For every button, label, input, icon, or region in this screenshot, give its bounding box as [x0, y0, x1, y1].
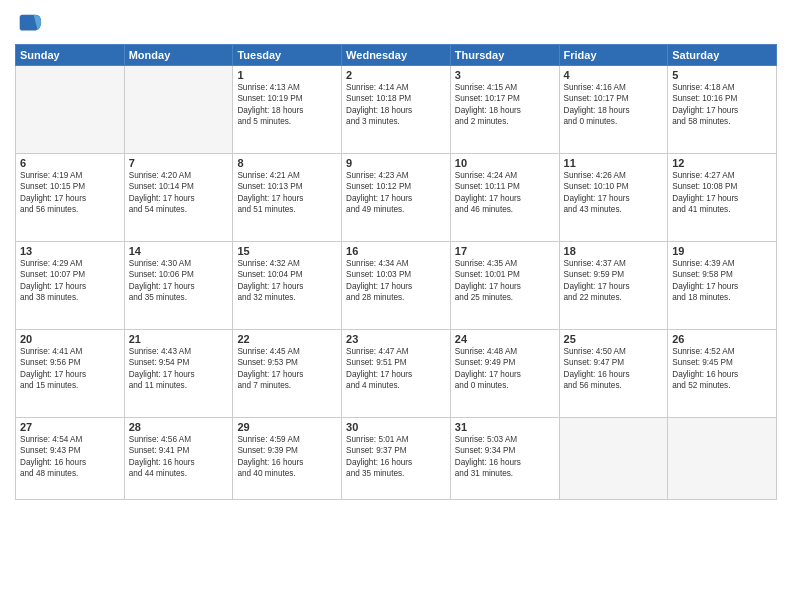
day-number: 30: [346, 421, 446, 433]
day-info: Sunrise: 4:20 AMSunset: 10:14 PMDaylight…: [129, 170, 229, 216]
day-cell: [124, 66, 233, 154]
day-cell: 20Sunrise: 4:41 AMSunset: 9:56 PMDayligh…: [16, 330, 125, 418]
day-number: 22: [237, 333, 337, 345]
day-number: 24: [455, 333, 555, 345]
day-info: Sunrise: 4:52 AMSunset: 9:45 PMDaylight:…: [672, 346, 772, 392]
calendar-body: 1Sunrise: 4:13 AMSunset: 10:19 PMDayligh…: [16, 66, 777, 500]
day-number: 21: [129, 333, 229, 345]
day-info: Sunrise: 4:14 AMSunset: 10:18 PMDaylight…: [346, 82, 446, 128]
logo-icon: [15, 10, 43, 38]
day-number: 17: [455, 245, 555, 257]
week-row-4: 20Sunrise: 4:41 AMSunset: 9:56 PMDayligh…: [16, 330, 777, 418]
day-info: Sunrise: 4:18 AMSunset: 10:16 PMDaylight…: [672, 82, 772, 128]
day-number: 10: [455, 157, 555, 169]
day-info: Sunrise: 4:16 AMSunset: 10:17 PMDaylight…: [564, 82, 664, 128]
day-cell: 8Sunrise: 4:21 AMSunset: 10:13 PMDayligh…: [233, 154, 342, 242]
header: [15, 10, 777, 38]
day-number: 23: [346, 333, 446, 345]
day-info: Sunrise: 5:03 AMSunset: 9:34 PMDaylight:…: [455, 434, 555, 480]
day-cell: [16, 66, 125, 154]
day-header-monday: Monday: [124, 45, 233, 66]
day-info: Sunrise: 4:56 AMSunset: 9:41 PMDaylight:…: [129, 434, 229, 480]
day-cell: 26Sunrise: 4:52 AMSunset: 9:45 PMDayligh…: [668, 330, 777, 418]
day-number: 20: [20, 333, 120, 345]
day-cell: [559, 418, 668, 500]
day-number: 1: [237, 69, 337, 81]
day-number: 16: [346, 245, 446, 257]
day-cell: 10Sunrise: 4:24 AMSunset: 10:11 PMDaylig…: [450, 154, 559, 242]
day-info: Sunrise: 4:54 AMSunset: 9:43 PMDaylight:…: [20, 434, 120, 480]
day-cell: 4Sunrise: 4:16 AMSunset: 10:17 PMDayligh…: [559, 66, 668, 154]
day-number: 12: [672, 157, 772, 169]
day-info: Sunrise: 4:27 AMSunset: 10:08 PMDaylight…: [672, 170, 772, 216]
calendar-header-row: SundayMondayTuesdayWednesdayThursdayFrid…: [16, 45, 777, 66]
week-row-3: 13Sunrise: 4:29 AMSunset: 10:07 PMDaylig…: [16, 242, 777, 330]
day-number: 28: [129, 421, 229, 433]
day-cell: 3Sunrise: 4:15 AMSunset: 10:17 PMDayligh…: [450, 66, 559, 154]
day-number: 4: [564, 69, 664, 81]
day-info: Sunrise: 4:21 AMSunset: 10:13 PMDaylight…: [237, 170, 337, 216]
day-info: Sunrise: 4:37 AMSunset: 9:59 PMDaylight:…: [564, 258, 664, 304]
day-number: 27: [20, 421, 120, 433]
day-header-friday: Friday: [559, 45, 668, 66]
day-info: Sunrise: 4:43 AMSunset: 9:54 PMDaylight:…: [129, 346, 229, 392]
week-row-2: 6Sunrise: 4:19 AMSunset: 10:15 PMDayligh…: [16, 154, 777, 242]
day-info: Sunrise: 4:41 AMSunset: 9:56 PMDaylight:…: [20, 346, 120, 392]
day-header-sunday: Sunday: [16, 45, 125, 66]
day-number: 9: [346, 157, 446, 169]
day-info: Sunrise: 4:50 AMSunset: 9:47 PMDaylight:…: [564, 346, 664, 392]
day-info: Sunrise: 4:48 AMSunset: 9:49 PMDaylight:…: [455, 346, 555, 392]
day-number: 6: [20, 157, 120, 169]
week-row-5: 27Sunrise: 4:54 AMSunset: 9:43 PMDayligh…: [16, 418, 777, 500]
calendar-table: SundayMondayTuesdayWednesdayThursdayFrid…: [15, 44, 777, 500]
day-cell: 23Sunrise: 4:47 AMSunset: 9:51 PMDayligh…: [342, 330, 451, 418]
day-number: 8: [237, 157, 337, 169]
day-number: 13: [20, 245, 120, 257]
day-number: 25: [564, 333, 664, 345]
week-row-1: 1Sunrise: 4:13 AMSunset: 10:19 PMDayligh…: [16, 66, 777, 154]
day-number: 19: [672, 245, 772, 257]
day-number: 31: [455, 421, 555, 433]
day-info: Sunrise: 4:13 AMSunset: 10:19 PMDaylight…: [237, 82, 337, 128]
day-cell: 18Sunrise: 4:37 AMSunset: 9:59 PMDayligh…: [559, 242, 668, 330]
day-cell: 27Sunrise: 4:54 AMSunset: 9:43 PMDayligh…: [16, 418, 125, 500]
day-number: 29: [237, 421, 337, 433]
day-info: Sunrise: 4:39 AMSunset: 9:58 PMDaylight:…: [672, 258, 772, 304]
day-cell: 17Sunrise: 4:35 AMSunset: 10:01 PMDaylig…: [450, 242, 559, 330]
day-header-thursday: Thursday: [450, 45, 559, 66]
day-info: Sunrise: 4:24 AMSunset: 10:11 PMDaylight…: [455, 170, 555, 216]
day-number: 18: [564, 245, 664, 257]
day-info: Sunrise: 4:26 AMSunset: 10:10 PMDaylight…: [564, 170, 664, 216]
day-info: Sunrise: 4:15 AMSunset: 10:17 PMDaylight…: [455, 82, 555, 128]
day-cell: 31Sunrise: 5:03 AMSunset: 9:34 PMDayligh…: [450, 418, 559, 500]
day-cell: 28Sunrise: 4:56 AMSunset: 9:41 PMDayligh…: [124, 418, 233, 500]
day-cell: 19Sunrise: 4:39 AMSunset: 9:58 PMDayligh…: [668, 242, 777, 330]
day-cell: 25Sunrise: 4:50 AMSunset: 9:47 PMDayligh…: [559, 330, 668, 418]
day-info: Sunrise: 4:19 AMSunset: 10:15 PMDaylight…: [20, 170, 120, 216]
day-cell: 7Sunrise: 4:20 AMSunset: 10:14 PMDayligh…: [124, 154, 233, 242]
day-number: 15: [237, 245, 337, 257]
day-info: Sunrise: 4:35 AMSunset: 10:01 PMDaylight…: [455, 258, 555, 304]
day-info: Sunrise: 4:29 AMSunset: 10:07 PMDaylight…: [20, 258, 120, 304]
page: SundayMondayTuesdayWednesdayThursdayFrid…: [0, 0, 792, 612]
day-cell: 2Sunrise: 4:14 AMSunset: 10:18 PMDayligh…: [342, 66, 451, 154]
day-cell: 30Sunrise: 5:01 AMSunset: 9:37 PMDayligh…: [342, 418, 451, 500]
day-cell: 24Sunrise: 4:48 AMSunset: 9:49 PMDayligh…: [450, 330, 559, 418]
day-number: 11: [564, 157, 664, 169]
day-cell: 16Sunrise: 4:34 AMSunset: 10:03 PMDaylig…: [342, 242, 451, 330]
day-cell: 22Sunrise: 4:45 AMSunset: 9:53 PMDayligh…: [233, 330, 342, 418]
day-cell: [668, 418, 777, 500]
day-cell: 21Sunrise: 4:43 AMSunset: 9:54 PMDayligh…: [124, 330, 233, 418]
day-header-wednesday: Wednesday: [342, 45, 451, 66]
day-cell: 29Sunrise: 4:59 AMSunset: 9:39 PMDayligh…: [233, 418, 342, 500]
day-info: Sunrise: 4:47 AMSunset: 9:51 PMDaylight:…: [346, 346, 446, 392]
day-cell: 5Sunrise: 4:18 AMSunset: 10:16 PMDayligh…: [668, 66, 777, 154]
day-cell: 1Sunrise: 4:13 AMSunset: 10:19 PMDayligh…: [233, 66, 342, 154]
day-cell: 6Sunrise: 4:19 AMSunset: 10:15 PMDayligh…: [16, 154, 125, 242]
day-cell: 9Sunrise: 4:23 AMSunset: 10:12 PMDayligh…: [342, 154, 451, 242]
logo: [15, 10, 47, 38]
day-info: Sunrise: 4:32 AMSunset: 10:04 PMDaylight…: [237, 258, 337, 304]
day-info: Sunrise: 4:30 AMSunset: 10:06 PMDaylight…: [129, 258, 229, 304]
day-cell: 12Sunrise: 4:27 AMSunset: 10:08 PMDaylig…: [668, 154, 777, 242]
day-info: Sunrise: 5:01 AMSunset: 9:37 PMDaylight:…: [346, 434, 446, 480]
